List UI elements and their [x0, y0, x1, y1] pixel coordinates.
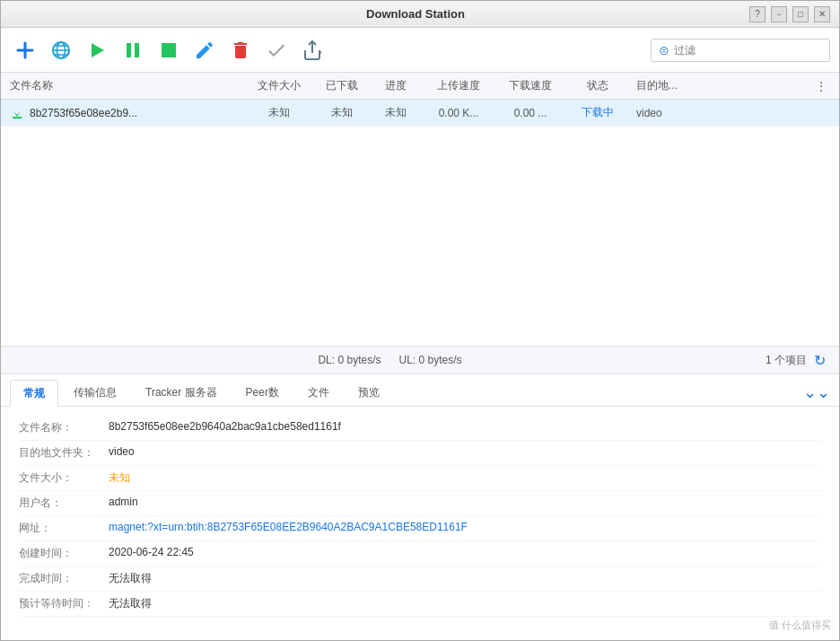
tab-files[interactable]: 文件	[294, 379, 343, 406]
url-icon	[50, 40, 72, 61]
col-header-progress[interactable]: 进度	[369, 78, 423, 93]
title-controls: ? － □ ✕	[749, 6, 830, 22]
filter-icon: ⊜	[659, 43, 669, 57]
file-download-speed: 0.00 ...	[494, 107, 566, 119]
detail-value-created: 2020-06-24 22:45	[109, 546, 821, 558]
file-dest: video	[629, 107, 830, 119]
toolbar: ▾ ⊜	[1, 28, 839, 73]
detail-row-user: 用户名： admin	[19, 491, 821, 516]
detail-value-user: admin	[109, 496, 821, 508]
detail-label-size: 文件大小：	[19, 470, 109, 486]
add-button[interactable]	[10, 35, 40, 66]
detail-value-completed: 无法取得	[109, 571, 821, 586]
detail-row-eta: 预计等待时间： 无法取得	[19, 592, 821, 617]
detail-label-name: 文件名称：	[19, 420, 109, 435]
detail-value-size: 未知	[109, 470, 821, 486]
play-icon	[86, 40, 108, 61]
status-center: DL: 0 bytes/s UL: 0 bytes/s	[14, 354, 766, 366]
detail-row-created: 创建时间： 2020-06-24 22:45	[19, 541, 821, 566]
url-button[interactable]	[46, 35, 76, 66]
detail-label-user: 用户名：	[19, 496, 109, 511]
file-name: 8b2753f65e08ee2b9...	[30, 107, 243, 119]
main-window: Download Station ? － □ ✕	[0, 0, 840, 641]
file-upload-speed: 0.00 K...	[423, 107, 494, 119]
svg-rect-8	[127, 43, 131, 57]
svg-rect-10	[162, 43, 176, 57]
detail-row-completed: 完成时间： 无法取得	[19, 566, 821, 592]
add-icon	[14, 40, 36, 61]
col-header-upload[interactable]: 上传速度	[423, 78, 494, 93]
minimize-button[interactable]: －	[771, 6, 787, 22]
edit-button[interactable]	[189, 35, 220, 66]
file-status[interactable]: 下载中	[566, 105, 629, 120]
detail-label-completed: 完成时间：	[19, 571, 109, 586]
download-arrow-icon	[10, 106, 24, 120]
edit-icon	[194, 40, 215, 61]
close-button[interactable]: ✕	[814, 6, 830, 22]
tab-transfer[interactable]: 传输信息	[60, 379, 130, 406]
detail-value-name: 8b2753f65e08ee2b9640a2bac9a1cbe58ed1161f	[109, 420, 821, 433]
resume-button[interactable]	[82, 35, 112, 66]
detail-row-url: 网址： magnet:?xt=urn:btih:8B2753F65E08EE2B…	[19, 516, 821, 541]
status-bar: DL: 0 bytes/s UL: 0 bytes/s 1 个项目 ↻	[1, 346, 839, 374]
detail-panel: 文件名称： 8b2753f65e08ee2b9640a2bac9a1cbe58e…	[1, 407, 839, 640]
col-header-status[interactable]: 状态	[566, 78, 629, 93]
svg-marker-7	[92, 43, 104, 57]
share-icon: ▾	[302, 40, 323, 61]
stop-button[interactable]	[153, 35, 184, 66]
col-header-size[interactable]: 文件大小	[243, 78, 315, 93]
detail-value-url[interactable]: magnet:?xt=urn:btih:8B2753F65E08EE2B9640…	[109, 521, 821, 533]
status-right: 1 个项目 ↻	[766, 352, 826, 369]
share-button[interactable]: ▾	[297, 35, 328, 66]
tab-general[interactable]: 常规	[10, 380, 58, 407]
table-row[interactable]: 8b2753f65e08ee2b9... 未知 未知 未知 0.00 K... …	[1, 100, 839, 127]
window-title: Download Station	[82, 7, 749, 21]
file-list: 8b2753f65e08ee2b9... 未知 未知 未知 0.00 K... …	[1, 100, 839, 346]
filter-box: ⊜	[651, 39, 830, 62]
pause-button[interactable]	[118, 35, 148, 66]
stop-icon	[158, 40, 179, 61]
detail-label-dest: 目的地文件夹：	[19, 445, 109, 461]
file-progress: 未知	[369, 105, 423, 120]
refresh-button[interactable]: ↻	[814, 352, 826, 369]
help-button[interactable]: ?	[749, 6, 766, 22]
clear-icon	[266, 40, 287, 61]
ul-status: UL: 0 bytes/s	[399, 354, 462, 366]
tab-peers[interactable]: Peer数	[232, 379, 293, 406]
col-header-downloaded[interactable]: 已下载	[315, 78, 369, 93]
items-count: 1 个项目	[766, 353, 807, 368]
delete-button[interactable]	[225, 35, 256, 66]
title-bar: Download Station ? － □ ✕	[1, 1, 839, 28]
column-headers: 文件名称 文件大小 已下载 进度 上传速度 下载速度 状态 目的地... ⋮	[1, 73, 839, 100]
tab-tracker[interactable]: Tracker 服务器	[132, 379, 231, 406]
pause-icon	[122, 40, 144, 61]
svg-marker-13	[13, 108, 21, 117]
detail-label-created: 创建时间：	[19, 546, 109, 561]
delete-icon	[230, 40, 251, 61]
col-header-dest[interactable]: 目的地...	[629, 78, 812, 93]
clear-button[interactable]	[261, 35, 292, 66]
detail-label-url: 网址：	[19, 521, 109, 536]
detail-value-dest: video	[109, 445, 821, 458]
col-header-more[interactable]: ⋮	[812, 80, 830, 92]
detail-value-eta: 无法取得	[109, 596, 821, 611]
detail-label-eta: 预计等待时间：	[19, 596, 109, 611]
file-size: 未知	[243, 105, 315, 120]
detail-row-name: 文件名称： 8b2753f65e08ee2b9640a2bac9a1cbe58e…	[19, 416, 821, 441]
tab-preview[interactable]: 预览	[345, 379, 393, 406]
collapse-button[interactable]: ⌄⌄	[803, 382, 830, 406]
col-header-name[interactable]: 文件名称	[10, 78, 243, 93]
detail-row-size: 文件大小： 未知	[19, 466, 821, 491]
maximize-button[interactable]: □	[792, 6, 809, 22]
svg-text:▾: ▾	[319, 49, 322, 56]
svg-rect-9	[135, 43, 139, 57]
filter-input[interactable]	[674, 44, 822, 57]
tabs-bar: 常规 传输信息 Tracker 服务器 Peer数 文件 预览 ⌄⌄	[1, 374, 839, 407]
col-header-download[interactable]: 下载速度	[494, 78, 566, 93]
file-downloaded: 未知	[315, 105, 369, 120]
detail-row-dest: 目的地文件夹： video	[19, 441, 821, 466]
dl-status: DL: 0 bytes/s	[318, 354, 381, 366]
